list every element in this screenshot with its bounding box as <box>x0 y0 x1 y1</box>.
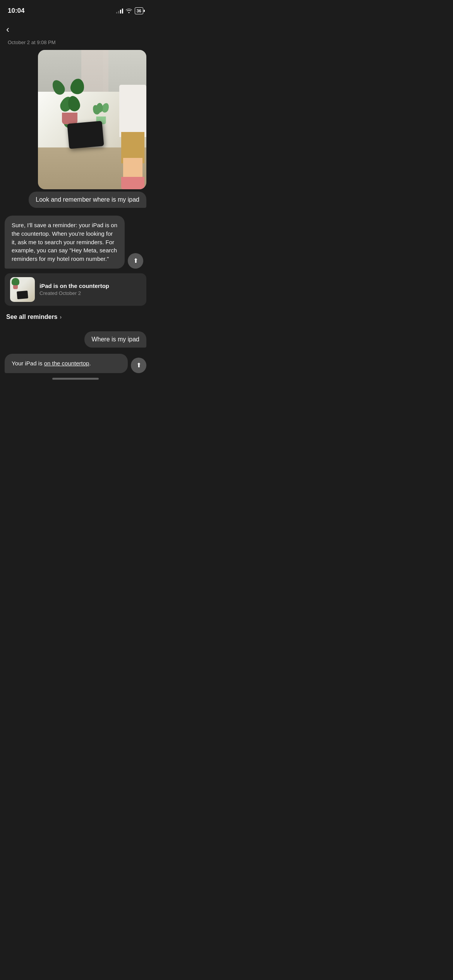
see-all-reminders-link[interactable]: See all reminders › <box>5 310 146 328</box>
user-message-2-block: Where is my ipad <box>5 331 146 348</box>
header: ‹ <box>0 19 151 38</box>
ai-bubble-1: Sure, I'll save a reminder: your iPad is… <box>5 216 125 269</box>
ai-response-1-text: Sure, I'll save a reminder: your iPad is… <box>12 222 117 262</box>
share-icon-2: ⬆ <box>136 362 141 369</box>
thumb-plant <box>12 278 19 289</box>
countertop-link[interactable]: on the countertop <box>44 360 89 367</box>
user-message-1-block: Look and remember where is my ipad <box>5 50 146 208</box>
reminder-card[interactable]: iPad is on the countertop Created Octobe… <box>5 273 146 306</box>
date-label: October 2 at 9:08 PM <box>0 38 151 50</box>
user-bubble-2: Where is my ipad <box>84 331 146 348</box>
reminder-info: iPad is on the countertop Created Octobe… <box>39 283 141 296</box>
ai-response-2-text: Your iPad is on the countertop. <box>12 360 91 367</box>
thumb-ipad <box>17 291 28 299</box>
ai-message-2-block: Your iPad is on the countertop. ⬆ <box>5 354 146 373</box>
kitchen-scene <box>38 50 146 189</box>
reminder-title: iPad is on the countertop <box>39 283 141 289</box>
wifi-icon <box>125 8 132 14</box>
status-time: 10:04 <box>8 7 24 15</box>
kitchen-image-message[interactable] <box>38 50 146 189</box>
back-button[interactable]: ‹ <box>6 22 12 36</box>
home-bar <box>52 378 99 380</box>
signal-icon <box>116 8 123 14</box>
share-icon-1: ⬆ <box>133 257 138 264</box>
see-all-label: See all reminders <box>6 314 58 320</box>
home-indicator <box>0 375 151 381</box>
share-button-1[interactable]: ⬆ <box>128 253 143 269</box>
ai-message-1-block: Sure, I'll save a reminder: your iPad is… <box>5 216 146 269</box>
ai-bubble-2: Your iPad is on the countertop. <box>5 354 128 373</box>
person-figure <box>119 85 146 189</box>
reminder-thumbnail <box>10 277 35 302</box>
status-icons: 36 <box>116 7 143 14</box>
user-bubble-1: Look and remember where is my ipad <box>29 192 146 208</box>
plant-big <box>54 78 85 124</box>
share-button-2[interactable]: ⬆ <box>131 358 146 373</box>
chevron-right-icon: › <box>60 314 62 320</box>
ipad-on-counter <box>67 121 104 149</box>
user-message-2-text: Where is my ipad <box>91 336 139 343</box>
status-bar: 10:04 36 <box>0 0 151 19</box>
user-message-1-text: Look and remember where is my ipad <box>36 196 139 203</box>
battery-level: 36 <box>137 9 141 13</box>
reminder-date: Created October 2 <box>39 290 141 296</box>
chat-area: Look and remember where is my ipad Sure,… <box>0 50 151 375</box>
battery-icon: 36 <box>135 7 143 14</box>
